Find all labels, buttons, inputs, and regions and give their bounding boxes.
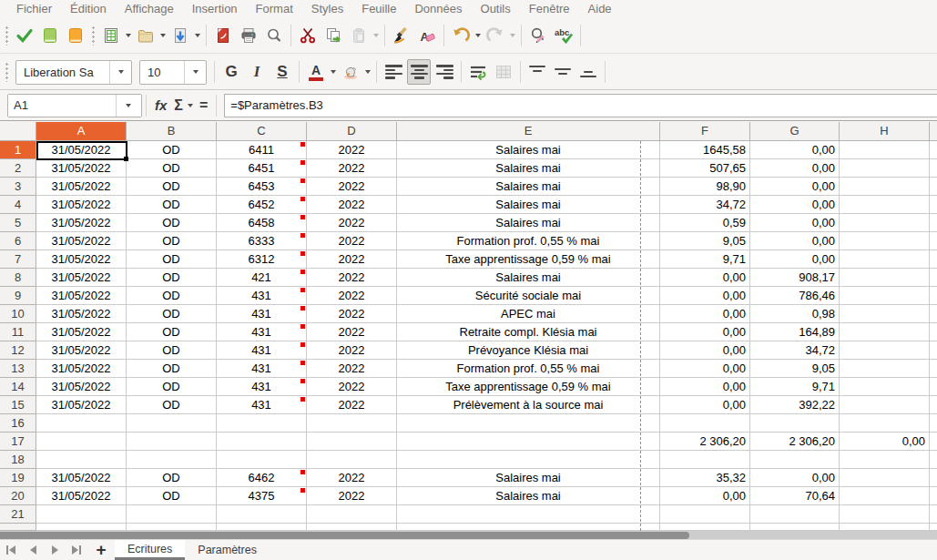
equals-button[interactable]: = [195,97,212,114]
row-header-2[interactable]: 2 [0,159,36,178]
cell-partial[interactable] [307,524,397,531]
cell-A10[interactable]: 31/05/2022 [36,305,127,323]
cell-F15[interactable]: 0,00 [660,396,750,414]
cell-F8[interactable]: 0,00 [660,269,750,287]
row-header-12[interactable]: 12 [0,341,36,360]
cell-F21[interactable] [660,505,750,524]
row-header-20[interactable]: 20 [0,487,36,505]
cell-H18[interactable] [840,451,930,469]
print-button[interactable] [237,23,260,48]
row-header-4[interactable]: 4 [0,196,36,214]
cell-G12[interactable]: 34,72 [750,341,840,360]
cell-C14[interactable]: 431 [217,378,307,396]
cell-H3[interactable] [840,178,930,196]
cell-B6[interactable]: OD [127,232,217,250]
cell-E7[interactable]: Taxe apprentissage 0,59 % mai [397,250,660,269]
row-header-3[interactable]: 3 [0,178,36,196]
menu-feuille[interactable]: Feuille [352,0,405,18]
cell-F3[interactable]: 98,90 [660,178,750,196]
font-name-combobox[interactable]: Liberation Sa [15,60,132,85]
cell-H1[interactable] [840,141,930,159]
cell-H5[interactable] [840,214,930,232]
cell-A13[interactable]: 31/05/2022 [36,360,127,378]
cell-G6[interactable]: 0,00 [750,232,840,250]
cell-G16[interactable] [750,414,840,433]
cell-C4[interactable]: 6452 [217,196,307,214]
cell-C8[interactable]: 421 [217,269,307,287]
horizontal-scrollbar-thumb[interactable] [0,532,689,539]
row-header-6[interactable]: 6 [0,232,36,250]
horizontal-scrollbar[interactable] [0,531,937,539]
row-header-11[interactable]: 11 [0,323,36,341]
cell-D16[interactable] [307,414,397,433]
cell-E8[interactable]: Salaires mai [397,269,660,287]
cell-B15[interactable]: OD [127,396,217,414]
cut-button[interactable] [296,23,320,48]
align-left-button[interactable] [382,59,405,85]
tab-ecritures[interactable]: Ecritures [115,540,185,560]
menu-données[interactable]: Données [405,0,471,18]
cell-C11[interactable]: 431 [217,323,307,341]
row-header-7[interactable]: 7 [0,250,36,269]
row-header-5[interactable]: 5 [0,214,36,232]
cell-H8[interactable] [840,269,930,287]
menu-affichage[interactable]: Affichage [116,0,183,18]
cell-F13[interactable]: 0,00 [660,360,750,378]
cell-G17[interactable]: 2 306,20 [750,433,840,451]
cell-B3[interactable]: OD [127,178,217,196]
column-header-E[interactable]: E [397,122,660,141]
cell-A1[interactable]: 31/05/2022 [36,141,127,159]
cell-A21[interactable] [36,505,127,524]
cell-C1[interactable]: 6411 [217,141,307,159]
cell-D2[interactable]: 2022 [307,159,397,178]
cell-C9[interactable]: 431 [217,287,307,305]
sum-dropdown-caret[interactable] [188,104,193,107]
cell-D13[interactable]: 2022 [307,360,397,378]
cell-G8[interactable]: 908,17 [750,269,840,287]
open-dropdown-caret[interactable] [160,34,166,37]
cell-partial[interactable] [840,524,930,531]
cell-A18[interactable] [36,451,127,469]
last-sheet-button[interactable] [66,540,87,560]
font-name-dropdown[interactable] [109,61,131,84]
next-sheet-button[interactable] [44,540,66,560]
merge-cells-button[interactable] [492,59,515,85]
toolbar-grip[interactable] [5,25,9,46]
row-header-18[interactable]: 18 [0,451,36,469]
cell-E6[interactable]: Formation prof. 0,55 % mai [397,232,660,250]
paste-button[interactable] [347,23,371,48]
cell-H6[interactable] [840,232,930,250]
cell-D19[interactable]: 2022 [307,469,397,487]
column-header-H[interactable]: H [840,122,930,141]
cell-B20[interactable]: OD [127,487,217,505]
font-size-dropdown[interactable] [184,61,206,84]
menu-outils[interactable]: Outils [472,0,520,18]
center-vertically-button[interactable] [551,59,575,85]
cell-H17[interactable]: 0,00 [840,433,930,451]
cell-F4[interactable]: 34,72 [660,196,750,214]
cell-D14[interactable]: 2022 [307,378,397,396]
name-box-dropdown[interactable] [116,95,139,117]
cell-H2[interactable] [840,159,930,178]
cell-D11[interactable]: 2022 [307,323,397,341]
column-header-G[interactable]: G [750,122,840,141]
toolbar-grip[interactable] [91,25,96,46]
redo-button[interactable] [484,23,507,48]
cell-F14[interactable]: 0,00 [660,378,750,396]
align-right-button[interactable] [433,59,456,85]
cell-G20[interactable]: 70,64 [750,487,840,505]
cell-C3[interactable]: 6453 [217,178,307,196]
cell-G18[interactable] [750,451,840,469]
cell-A19[interactable]: 31/05/2022 [36,469,127,487]
row-header-16[interactable]: 16 [0,414,36,433]
cell-A5[interactable]: 31/05/2022 [36,214,127,232]
highlight-color-dropdown-caret[interactable] [365,70,371,74]
cell-partial[interactable] [750,524,840,531]
cell-D21[interactable] [307,505,397,524]
sum-button[interactable]: Σ [171,97,186,114]
cell-B2[interactable]: OD [127,159,217,178]
cell-F7[interactable]: 9,71 [660,250,750,269]
cell-C20[interactable]: 4375 [217,487,307,505]
cell-F10[interactable]: 0,00 [660,305,750,323]
cell-F19[interactable]: 35,32 [660,469,750,487]
